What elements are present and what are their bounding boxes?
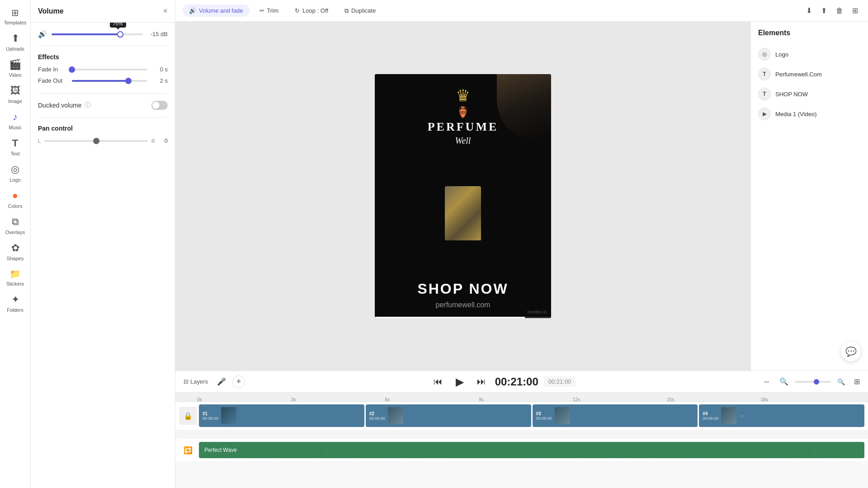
music-track[interactable]: Perfect Wave bbox=[199, 442, 864, 458]
sidebar-item-label-shapes: Folders bbox=[7, 307, 24, 313]
ruler-3s: 3s bbox=[291, 397, 296, 402]
loop-button[interactable]: ↻ Loop : Off bbox=[288, 5, 335, 17]
sidebar-item-colors[interactable]: ● Colors bbox=[0, 186, 30, 212]
fade-in-label: Fade In bbox=[38, 66, 67, 73]
fade-in-thumb[interactable] bbox=[69, 66, 75, 73]
brand-sub: Well bbox=[455, 136, 471, 146]
zoom-out-button[interactable]: 🔍 bbox=[777, 375, 791, 389]
add-button[interactable]: + bbox=[232, 375, 245, 388]
sidebar-item-music[interactable]: ♪ Music bbox=[0, 108, 30, 134]
ducked-volume-toggle[interactable] bbox=[151, 101, 168, 110]
elements-panel: Elements ◎ Logo T Perfumewell.Com T SHOP… bbox=[750, 22, 868, 371]
volume-slider-wrapper: 75% bbox=[52, 33, 143, 35]
sidebar-item-stickers[interactable]: ✿ Shapes bbox=[0, 239, 30, 265]
video-icon: 🎬 bbox=[9, 59, 21, 70]
chat-button[interactable]: 💬 bbox=[841, 342, 861, 361]
sidebar-item-image[interactable]: 🖼 Image bbox=[0, 81, 30, 108]
clip-2[interactable]: #2 00:06:00 bbox=[366, 404, 531, 427]
mic-button[interactable]: 🎤 bbox=[214, 375, 229, 389]
delete-button[interactable]: 🗑 bbox=[833, 4, 846, 18]
left-sidebar: ⊞ Templates ⬆ Uploads 🎬 Video 🖼 Image ♪ … bbox=[0, 0, 31, 488]
clip-4-more[interactable]: ··· bbox=[740, 413, 745, 419]
grid-view-button[interactable]: ⊞ bbox=[849, 4, 861, 18]
fade-out-thumb[interactable] bbox=[125, 78, 132, 84]
volume-fade-button[interactable]: 🔊 Volume and fade bbox=[183, 5, 250, 17]
volume-fade-icon: 🔊 bbox=[189, 7, 196, 14]
sidebar-item-label-uploads: Uploads bbox=[6, 46, 24, 52]
sidebar-item-label-text: Text bbox=[10, 151, 19, 156]
element-label-media1: Media 1 (Video) bbox=[775, 111, 817, 117]
layers-button[interactable]: ⊟ Layers bbox=[181, 375, 211, 388]
fit-button[interactable]: ↔ bbox=[760, 375, 773, 389]
sidebar-item-label-music: Music bbox=[9, 125, 22, 130]
pan-slider[interactable] bbox=[44, 140, 148, 142]
volume-speaker-icon: 🔊 bbox=[38, 30, 47, 38]
clip-3[interactable]: #3 00:06:00 bbox=[533, 404, 698, 427]
element-icon-shopnow: T bbox=[758, 88, 771, 100]
panel-close-button[interactable]: × bbox=[163, 6, 168, 16]
skip-back-button[interactable]: ⏮ bbox=[430, 374, 446, 390]
duplicate-label: Duplicate bbox=[351, 7, 376, 14]
element-item-shopnow[interactable]: T SHOP NOW bbox=[758, 84, 861, 104]
panel-title: Volume bbox=[38, 7, 64, 15]
volume-slider-fill bbox=[52, 33, 120, 35]
layers-label: Layers bbox=[190, 378, 208, 385]
pan-title: Pan control bbox=[38, 125, 168, 132]
volume-db-value: -15 dB bbox=[147, 31, 168, 38]
sidebar-item-label-colors: Colors bbox=[8, 203, 23, 209]
zoom-thumb[interactable] bbox=[814, 379, 819, 385]
volume-fade-label: Volume and fade bbox=[199, 7, 243, 14]
element-item-logo[interactable]: ◎ Logo bbox=[758, 44, 861, 64]
zoom-in-button[interactable]: 🔍 bbox=[835, 375, 848, 388]
sidebar-item-uploads[interactable]: ⬆ Uploads bbox=[0, 29, 30, 55]
sidebar-item-overlays[interactable]: ⧉ Overlays bbox=[0, 212, 30, 239]
duplicate-icon: ⧉ bbox=[344, 7, 349, 14]
clip-4[interactable]: #4 00:06:00 ··· bbox=[699, 404, 864, 427]
sidebar-item-folders[interactable]: 📁 Stickers bbox=[0, 265, 30, 290]
playbar: ⊟ Layers 🎤 + ⏮ ▶ ⏭ 00:21:00 00:21:00 ↔ 🔍 bbox=[175, 371, 868, 393]
clip-4-thumb bbox=[721, 407, 736, 424]
skip-forward-button[interactable]: ⏭ bbox=[473, 374, 490, 390]
sidebar-item-text[interactable]: T Text bbox=[0, 134, 30, 160]
timeline-settings-button[interactable]: ⊞ bbox=[851, 375, 863, 389]
clip-row: #1 00:06:00 #2 00:06:00 bbox=[199, 404, 864, 427]
fade-out-slider[interactable] bbox=[72, 80, 147, 82]
effects-section: Effects Fade In 0 s Fade Out bbox=[38, 53, 168, 84]
track-lock-icon: 🔒 bbox=[179, 407, 197, 425]
element-item-perfumewell[interactable]: T Perfumewell.Com bbox=[758, 64, 861, 84]
sidebar-item-shapes[interactable]: ✦ Folders bbox=[0, 290, 30, 316]
ducked-info-icon[interactable]: ⓘ bbox=[85, 101, 91, 109]
clip-4-label: #4 bbox=[703, 411, 718, 416]
pan-label-right: R bbox=[151, 138, 155, 144]
fade-in-row: Fade In 0 s bbox=[38, 66, 168, 73]
volume-row: 🔊 75% -15 dB bbox=[38, 30, 168, 38]
current-time: 00:21:00 bbox=[495, 375, 538, 388]
sidebar-item-templates[interactable]: ⊞ Templates bbox=[0, 4, 30, 29]
pan-thumb[interactable] bbox=[93, 138, 99, 144]
sidebar-item-logo[interactable]: ◎ Logo bbox=[0, 160, 30, 186]
duplicate-button[interactable]: ⧉ Duplicate bbox=[338, 5, 382, 17]
download-up-button[interactable]: ⬆ bbox=[818, 4, 830, 18]
download-down-button[interactable]: ⬇ bbox=[803, 4, 815, 18]
clip-2-info: #2 00:06:00 bbox=[369, 411, 385, 421]
clip-1-label: #1 bbox=[203, 411, 218, 416]
bottle-visual bbox=[445, 186, 481, 240]
empty-track bbox=[175, 430, 868, 439]
url-text: perfumewell.com bbox=[436, 301, 491, 309]
zoom-slider[interactable] bbox=[795, 381, 831, 383]
volume-slider-track-bg[interactable]: 75% bbox=[52, 33, 143, 35]
play-pause-button[interactable]: ▶ bbox=[452, 374, 468, 390]
timeline-ruler: 0s 3s 6s 9s 12s 15s 18s bbox=[175, 393, 868, 402]
toolbar-right: ⬇ ⬆ 🗑 ⊞ bbox=[803, 4, 861, 18]
ducked-volume-row: Ducked volume ⓘ bbox=[38, 101, 168, 110]
panel-header: Volume × bbox=[31, 0, 175, 23]
element-item-media1[interactable]: ▶ Media 1 (Video) bbox=[758, 104, 861, 124]
trim-button[interactable]: ✂ Trim bbox=[253, 5, 285, 17]
fade-in-slider[interactable] bbox=[72, 69, 147, 70]
crown-icon: ♛ bbox=[456, 88, 470, 104]
sidebar-item-video[interactable]: 🎬 Video bbox=[0, 55, 30, 81]
volume-slider-thumb[interactable]: 75% bbox=[117, 31, 123, 38]
clip-1[interactable]: #1 00:06:00 bbox=[199, 404, 364, 427]
sidebar-item-label-overlays: Overlays bbox=[5, 230, 25, 235]
image-icon: 🖼 bbox=[10, 85, 20, 97]
